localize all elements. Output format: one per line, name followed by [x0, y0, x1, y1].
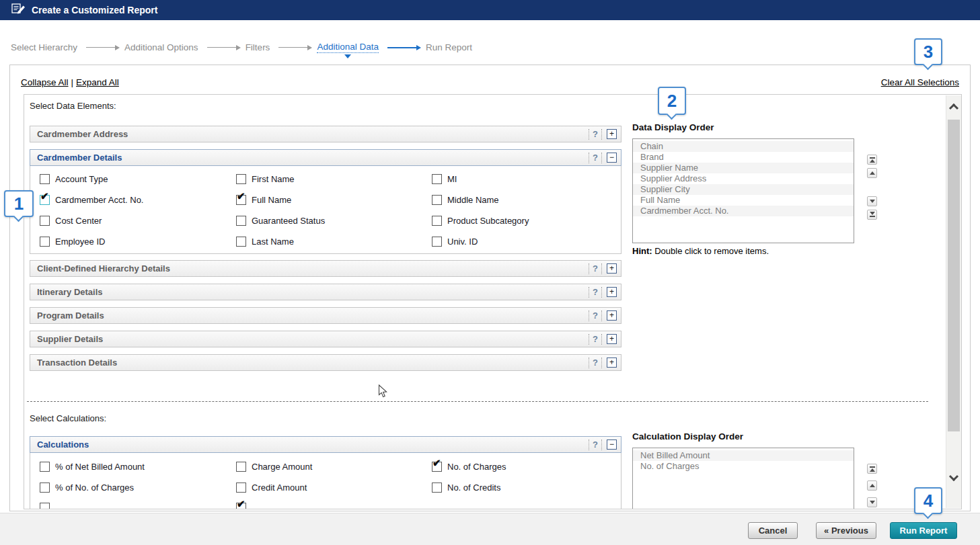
list-item-no-of-charges[interactable]: No. of Charges	[633, 461, 854, 472]
checkbox-item-cost-center[interactable]: Cost Center	[40, 216, 236, 226]
run-report-button[interactable]: Run Report	[890, 522, 957, 539]
list-item-brand[interactable]: Brand	[633, 152, 854, 163]
data-display-order-move-buttons	[867, 155, 877, 223]
question-help-icon[interactable]: ?	[593, 129, 598, 139]
checkbox-item-middle-name[interactable]: Middle Name	[432, 195, 621, 205]
scroll-down-button[interactable]	[946, 472, 961, 488]
checkbox-item-last-name[interactable]: Last Name	[236, 237, 432, 247]
checkbox-item-employee-id[interactable]: Employee ID	[40, 237, 236, 247]
checkbox-unchecked[interactable]	[236, 462, 246, 472]
checkbox-item-mi[interactable]: MI	[432, 174, 621, 184]
collapse-all-link[interactable]: Collapse All	[21, 77, 69, 87]
step-select-hierarchy[interactable]: Select Hierarchy	[11, 42, 77, 52]
checkbox-item-product-subcategory[interactable]: Product Subcategory	[432, 216, 621, 226]
checkbox-unchecked[interactable]	[432, 174, 442, 184]
step-additional-data[interactable]: Additional Data	[317, 42, 379, 53]
scroll-up-button[interactable]	[946, 99, 961, 116]
step-additional-options[interactable]: Additional Options	[124, 42, 198, 52]
checkbox-unchecked[interactable]	[432, 195, 442, 205]
question-help-icon[interactable]: ?	[593, 334, 598, 344]
checkbox-item-univ-id[interactable]: Univ. ID	[432, 237, 621, 247]
checkbox-item-charge-amount[interactable]: Charge Amount	[236, 462, 432, 472]
expand-plus-icon[interactable]: +	[607, 310, 617, 321]
checkbox-item-guaranteed-status[interactable]: Guaranteed Status	[236, 216, 432, 226]
section-header-itinerary-details[interactable]: Itinerary Details?+	[30, 284, 621, 300]
move-bottom-button[interactable]	[867, 210, 877, 220]
move-up-button[interactable]	[867, 480, 877, 491]
list-item-supplier-name[interactable]: Supplier Name	[633, 163, 854, 173]
checkbox-item[interactable]: ✔	[236, 503, 432, 509]
checkbox-item-full-name[interactable]: ✔Full Name	[236, 195, 432, 205]
checkbox-item-no-of-charges[interactable]: ✔No. of Charges	[432, 462, 621, 472]
checkbox-unchecked[interactable]	[40, 503, 50, 509]
expand-plus-icon[interactable]: +	[607, 358, 617, 368]
checkbox-unchecked[interactable]	[236, 483, 246, 493]
step-filters[interactable]: Filters	[246, 42, 270, 52]
list-item-chain[interactable]: Chain	[633, 141, 854, 152]
move-top-button[interactable]	[867, 155, 877, 165]
section-header-transaction-details[interactable]: Transaction Details?+	[30, 354, 621, 371]
expand-plus-icon[interactable]: +	[607, 129, 617, 139]
checkbox-unchecked[interactable]	[432, 237, 442, 247]
section-header-supplier-details[interactable]: Supplier Details?+	[30, 331, 621, 347]
question-help-icon[interactable]: ?	[593, 310, 598, 321]
scrollbar-thumb[interactable]	[948, 120, 960, 431]
section-header-calculations[interactable]: Calculations?−	[30, 436, 621, 453]
move-down-icon	[870, 501, 875, 504]
checkbox-unchecked[interactable]	[40, 462, 50, 472]
question-help-icon[interactable]: ?	[593, 358, 598, 368]
question-help-icon[interactable]: ?	[593, 287, 598, 297]
checkbox-unchecked[interactable]	[236, 237, 246, 247]
step-run-report[interactable]: Run Report	[426, 42, 472, 52]
checkbox-unchecked[interactable]	[40, 174, 50, 184]
previous-button[interactable]: « Previous	[816, 522, 876, 539]
checkbox-checked[interactable]: ✔	[432, 462, 442, 472]
calculation-display-order-title: Calculation Display Order	[632, 431, 743, 442]
question-help-icon[interactable]: ?	[593, 153, 598, 163]
list-item-supplier-city[interactable]: Supplier City	[633, 184, 854, 195]
move-down-button[interactable]	[867, 196, 877, 206]
data-display-order-list[interactable]: ChainBrandSupplier NameSupplier AddressS…	[632, 138, 854, 243]
checkbox-unchecked[interactable]	[432, 483, 442, 493]
list-item-cardmember-acct-no[interactable]: Cardmember Acct. No.	[633, 206, 854, 216]
expand-plus-icon[interactable]: +	[607, 334, 617, 344]
clear-all-selections-link[interactable]: Clear All Selections	[881, 77, 959, 87]
move-up-button[interactable]	[867, 168, 877, 178]
checkbox-checked[interactable]: ✔	[236, 195, 246, 205]
list-item-net-billed-amount[interactable]: Net Billed Amount	[633, 450, 854, 461]
expand-plus-icon[interactable]: +	[607, 287, 617, 297]
checkbox-item-no-of-credits[interactable]: No. of Credits	[432, 483, 621, 493]
expand-plus-icon[interactable]: +	[607, 263, 617, 274]
checkbox-item-first-name[interactable]: First Name	[236, 174, 432, 184]
checkbox-checked[interactable]: ✔	[236, 503, 246, 509]
collapse-minus-icon[interactable]: −	[607, 439, 617, 450]
list-item-supplier-address[interactable]: Supplier Address	[633, 173, 854, 184]
checkbox-unchecked[interactable]	[432, 216, 442, 226]
section-header-cardmember-details[interactable]: Cardmember Details?−	[30, 149, 621, 166]
section-header-cardmember-address[interactable]: Cardmember Address?+	[30, 126, 621, 142]
checkbox-checked[interactable]: ✔	[40, 195, 50, 205]
section-header-program-details[interactable]: Program Details?+	[30, 307, 621, 324]
calculation-display-order-list[interactable]: Net Billed AmountNo. of Charges	[632, 448, 854, 509]
expand-all-link[interactable]: Expand All	[76, 77, 119, 87]
checkbox-item[interactable]	[40, 503, 236, 509]
move-top-button[interactable]	[867, 464, 877, 474]
checkbox-unchecked[interactable]	[40, 483, 50, 493]
checkbox-unchecked[interactable]	[236, 216, 246, 226]
collapse-minus-icon[interactable]: −	[607, 153, 617, 163]
checkbox-unchecked[interactable]	[40, 216, 50, 226]
checkbox-unchecked[interactable]	[40, 237, 50, 247]
checkbox-item-cardmember-acct-no[interactable]: ✔Cardmember Acct. No.	[40, 195, 236, 205]
checkbox-item-of-net-billed-amount[interactable]: % of Net Billed Amount	[40, 462, 236, 472]
question-help-icon[interactable]: ?	[593, 439, 598, 450]
move-down-button[interactable]	[867, 497, 877, 507]
vertical-scrollbar[interactable]	[946, 95, 961, 508]
list-item-full-name[interactable]: Full Name	[633, 195, 854, 206]
checkbox-unchecked[interactable]	[236, 174, 246, 184]
question-help-icon[interactable]: ?	[593, 263, 598, 274]
section-header-client-defined-hierarchy-details[interactable]: Client-Defined Hierarchy Details?+	[30, 260, 621, 277]
checkbox-item-of-no-of-charges[interactable]: % of No. of Charges	[40, 483, 236, 493]
cancel-button[interactable]: Cancel	[748, 522, 798, 539]
checkbox-item-credit-amount[interactable]: Credit Amount	[236, 483, 432, 493]
checkbox-item-account-type[interactable]: Account Type	[40, 174, 236, 184]
